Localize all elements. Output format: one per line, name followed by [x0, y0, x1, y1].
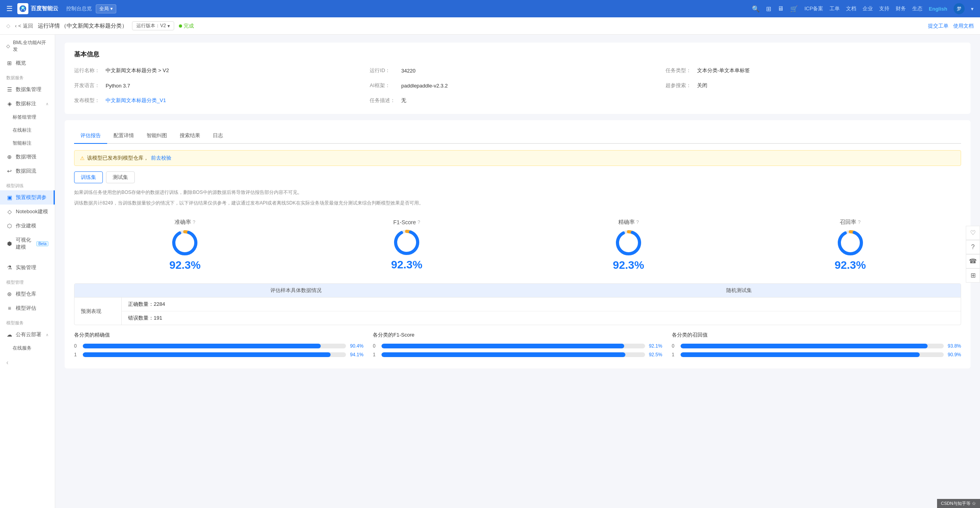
prediction-values: 正确数量：2284 错误数量：191 — [122, 298, 961, 325]
tab-eval-report[interactable]: 评估报告 — [74, 128, 107, 144]
ecology-link[interactable]: 生态 — [912, 5, 922, 12]
sidebar: ◇ BML全功能AI开发 ⊞ 概览 数据服务 ☰ 数据集管理 ◈ 数据标注 ∧ … — [0, 35, 55, 508]
back-arrow: ‹ — [15, 23, 17, 29]
use-docs-link[interactable]: 使用文档 — [953, 22, 974, 30]
tab-smart-map[interactable]: 智能纠图 — [140, 128, 173, 144]
support-link[interactable]: 支持 — [879, 5, 889, 12]
ticket-link[interactable]: 工单 — [829, 5, 840, 12]
sidebar-item-model-eval[interactable]: ≡ 模型评估 — [0, 301, 55, 315]
info-value-desc: 无 — [401, 97, 406, 104]
sidebar-subitem-online-service[interactable]: 在线服务 — [0, 342, 55, 355]
donut-precision — [615, 229, 642, 257]
toggle-train-set[interactable]: 训练集 — [74, 171, 103, 183]
search-icon[interactable]: 🔍 — [752, 5, 760, 13]
top-nav-right: 🔍 ⊞ 🖥 🛒 ICP备案 工单 文档 企业 支持 财务 生态 English … — [752, 3, 974, 14]
bar-fill — [681, 352, 920, 357]
tab-search-result[interactable]: 搜索结果 — [173, 128, 206, 144]
sidebar-subitem-online-annotation[interactable]: 在线标注 — [0, 124, 55, 137]
cloud-icon: ☁ — [6, 331, 13, 338]
version-selector[interactable]: 运行版本：V2 ▾ — [132, 21, 174, 30]
finance-link[interactable]: 财务 — [896, 5, 906, 12]
avatar[interactable]: 梦 — [954, 3, 965, 14]
notice-text-2: 训练数据共计8249，当训练数据量较少的情况下，以下评估结果仅供参考，建议通过发… — [74, 199, 961, 207]
float-phone-icon[interactable]: ☎ — [966, 254, 980, 268]
help-icon[interactable]: ? — [858, 220, 861, 225]
logo: 百度智能云 — [17, 3, 58, 14]
grid-icon[interactable]: ⊞ — [766, 5, 771, 13]
model-service-section: 模型服务 — [0, 315, 55, 328]
info-label: 运行名称： — [74, 67, 106, 74]
info-value-task-type: 文本分类-单文本单标签 — [697, 67, 750, 74]
menu-icon[interactable]: ☰ — [6, 4, 13, 13]
sidebar-item-model-repo[interactable]: ⊛ 模型仓库 — [0, 287, 55, 301]
bar-row: 0 93.8% — [672, 343, 961, 349]
data-service-section: 数据服务 — [0, 70, 55, 82]
help-icon[interactable]: ? — [636, 220, 639, 225]
donut-f1 — [393, 229, 420, 256]
beta-badge: Beta — [36, 241, 48, 246]
sample-table-header: 评估样本具体数据情况 随机测试集 — [74, 284, 961, 297]
bar-row: 0 90.4% — [74, 343, 363, 349]
sidebar-item-data-backflow[interactable]: ↩ 数据回流 — [0, 164, 55, 178]
region-selector[interactable]: 全局 ▾ — [96, 4, 116, 13]
tab-config-detail[interactable]: 配置详情 — [107, 128, 140, 144]
collapse-icon[interactable]: ‹ — [6, 359, 8, 366]
sidebar-subitem-label-group[interactable]: 标签组管理 — [0, 111, 55, 124]
toggle-group: 训练集 测试集 — [74, 171, 961, 183]
sidebar-item-dataset[interactable]: ☰ 数据集管理 — [0, 82, 55, 97]
sidebar-item-job-model[interactable]: ⬡ 作业建模 — [0, 219, 55, 233]
notification-icon[interactable]: 🖥 — [777, 5, 784, 12]
enterprise-link[interactable]: 企业 — [863, 5, 873, 12]
bar-value: 94.1% — [349, 352, 363, 357]
float-help-icon[interactable]: ? — [966, 240, 980, 254]
repo-icon: ⊛ — [6, 291, 13, 297]
sidebar-item-overview[interactable]: ⊞ 概览 — [0, 56, 55, 70]
chevron-up-icon: ∧ — [46, 102, 48, 106]
cart-icon[interactable]: 🛒 — [790, 5, 798, 13]
dataset-icon: ☰ — [6, 86, 13, 93]
help-icon[interactable]: ? — [193, 220, 195, 225]
logo-text: 百度智能云 — [31, 5, 58, 12]
icp-link[interactable]: ICP备案 — [804, 5, 823, 12]
bar-label: 0 — [373, 343, 378, 349]
console-label[interactable]: 控制台总览 — [66, 5, 92, 12]
sidebar-item-visual-model[interactable]: ⬢ 可视化建模 Beta — [0, 233, 55, 254]
model-train-section: 模型训练 — [0, 178, 55, 190]
bar-row: 1 92.5% — [373, 352, 662, 357]
info-label: 发布模型： — [74, 97, 106, 104]
float-like-icon[interactable]: ♡ — [966, 226, 980, 240]
warning-icon: ⚠ — [80, 155, 85, 161]
metric-f1: F1-Score ? 92.3% — [296, 215, 518, 275]
alert-link[interactable]: 前去校验 — [151, 154, 171, 162]
chart-title-precision: 各分类的精确值 — [74, 331, 363, 339]
bar-label: 0 — [74, 343, 80, 349]
sidebar-item-pretrained-model[interactable]: ▣ 预置模型调参 — [0, 190, 55, 205]
english-link[interactable]: English — [929, 6, 947, 12]
toggle-test-set[interactable]: 测试集 — [106, 171, 135, 183]
sidebar-item-data-augment[interactable]: ⊕ 数据增强 — [0, 150, 55, 164]
sidebar-item-notebook[interactable]: ◇ Notebook建模 — [0, 205, 55, 219]
sidebar-subitem-smart-annotation[interactable]: 智能标注 — [0, 137, 55, 150]
sub-nav: ◇ ‹ < 返回 运行详情 （中文新闻文本标题分类） 运行版本：V2 ▾ 完成 … — [0, 17, 980, 35]
job-icon: ⬡ — [6, 223, 13, 229]
docs-link[interactable]: 文档 — [846, 5, 856, 12]
tab-log[interactable]: 日志 — [206, 128, 229, 144]
visual-icon: ⬢ — [6, 240, 13, 247]
tab-group: 评估报告 配置详情 智能纠图 搜索结果 日志 — [74, 128, 961, 144]
sidebar-item-annotation[interactable]: ◈ 数据标注 ∧ — [0, 97, 55, 111]
sidebar-item-cloud-deploy[interactable]: ☁ 公有云部署 ∧ — [0, 328, 55, 342]
float-grid-icon[interactable]: ⊞ — [966, 268, 980, 283]
metric-label: 精确率 ? — [618, 219, 639, 226]
bar-fill — [83, 344, 321, 348]
back-button[interactable]: ‹ < 返回 — [15, 22, 33, 30]
help-icon[interactable]: ? — [418, 220, 420, 225]
bar-row: 1 94.1% — [74, 352, 363, 357]
metric-value-accuracy: 92.3% — [169, 259, 201, 272]
info-row-model: 发布模型： 中文新闻文本标题分类_V1 — [74, 95, 370, 106]
bar-track — [381, 352, 645, 357]
sidebar-item-experiment[interactable]: ⚗ 实验管理 — [0, 261, 55, 275]
info-value-model[interactable]: 中文新闻文本标题分类_V1 — [106, 97, 166, 104]
status-dot — [179, 24, 182, 28]
submit-ticket-link[interactable]: 提交工单 — [928, 22, 948, 30]
info-value-framework: paddlepaddle-v2.3.2 — [401, 83, 448, 89]
